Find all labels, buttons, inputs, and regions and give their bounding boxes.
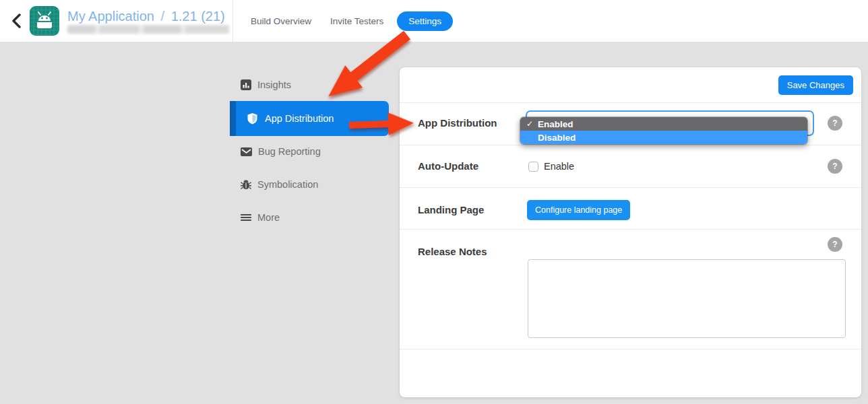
divider xyxy=(400,229,861,230)
sidebar-item-more[interactable]: More xyxy=(230,207,280,228)
breadcrumb: My Application / 1.21 (21) xyxy=(67,9,225,24)
dropdown-option-enabled[interactable]: ✓ Enabled xyxy=(520,117,807,131)
menu-icon xyxy=(241,213,251,222)
sidebar-item-label: Insights xyxy=(257,79,291,90)
checkmark-icon: ✓ xyxy=(526,119,538,129)
help-icon-app-distribution[interactable]: ? xyxy=(828,116,842,131)
page: My Application / 1.21 (21) Build Overvie… xyxy=(0,0,868,404)
sidebar-item-label: Symbolication xyxy=(257,179,318,190)
chevron-left-icon xyxy=(11,13,21,28)
landing-page-label: Landing Page xyxy=(418,204,484,215)
back-button[interactable] xyxy=(7,11,26,30)
sidebar-item-bug-reporting[interactable]: Bug Reporting xyxy=(230,141,321,162)
sidebar-item-label: Bug Reporting xyxy=(258,146,321,157)
app-distribution-label: App Distribution xyxy=(418,117,497,129)
divider xyxy=(400,187,861,188)
tab-build-overview[interactable]: Build Overview xyxy=(241,11,321,31)
help-icon-auto-update[interactable]: ? xyxy=(828,159,842,174)
divider xyxy=(400,102,861,103)
app-header: My Application / 1.21 (21) Build Overvie… xyxy=(0,0,868,42)
header-divider xyxy=(232,0,233,42)
sidebar-item-app-distribution[interactable]: App Distribution xyxy=(230,101,389,136)
help-icon-release-notes[interactable]: ? xyxy=(828,237,842,252)
shield-icon xyxy=(247,112,258,125)
auto-update-checkbox[interactable] xyxy=(528,162,538,172)
header-tabs: Build Overview Invite Testers Settings xyxy=(241,0,453,42)
sidebar-item-symbolication[interactable]: Symbolication xyxy=(230,174,318,195)
breadcrumb-separator: / xyxy=(161,9,165,24)
release-notes-label: Release Notes xyxy=(418,246,487,257)
redacted-subtitle xyxy=(67,25,229,34)
tab-settings[interactable]: Settings xyxy=(397,11,453,31)
settings-panel: Save Changes App Distribution ✓ Enabled … xyxy=(400,67,861,397)
bar-chart-icon xyxy=(241,79,251,90)
configure-landing-page-button[interactable]: Configure landing page xyxy=(527,200,630,220)
tab-invite-testers[interactable]: Invite Testers xyxy=(321,11,393,31)
auto-update-checkbox-label[interactable]: Enable xyxy=(544,161,574,172)
dropdown-option-disabled[interactable]: Disabled xyxy=(520,131,807,144)
divider xyxy=(400,145,861,145)
auto-update-label: Auto-Update xyxy=(418,160,478,172)
sidebar-item-label: More xyxy=(257,212,280,223)
app-title[interactable]: My Application xyxy=(67,9,154,24)
app-icon xyxy=(30,6,59,36)
bug-icon xyxy=(241,179,251,190)
divider xyxy=(400,349,861,349)
release-notes-textarea[interactable] xyxy=(528,259,846,338)
sidebar-item-insights[interactable]: Insights xyxy=(230,75,291,95)
envelope-icon xyxy=(241,147,252,156)
app-version[interactable]: 1.21 (21) xyxy=(171,9,225,24)
save-changes-button[interactable]: Save Changes xyxy=(778,75,853,95)
sidebar-item-label: App Distribution xyxy=(265,113,334,124)
app-distribution-dropdown-menu: ✓ Enabled Disabled xyxy=(520,117,807,144)
